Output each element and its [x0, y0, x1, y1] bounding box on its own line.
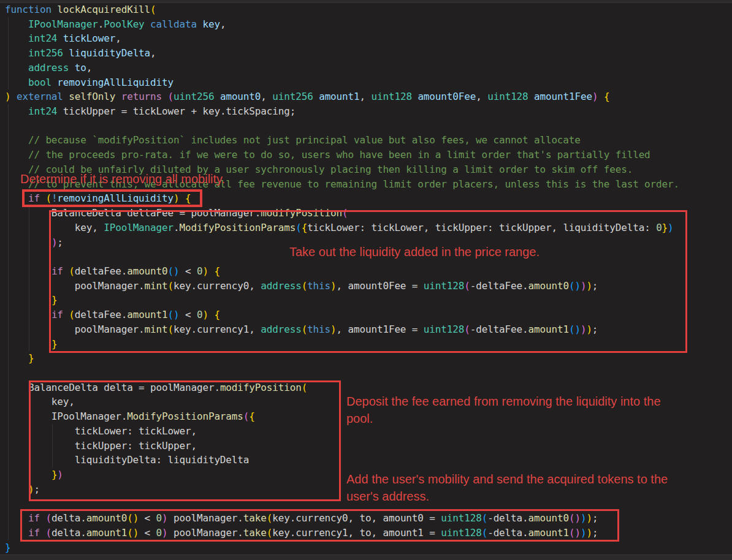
annotation-box-take-tokens-block — [20, 509, 619, 542]
code-line: ) external selfOnly returns (uint256 amo… — [5, 89, 679, 104]
annotation-label-take-out-liquidity: Take out the liquidity added in the pric… — [289, 243, 539, 260]
indent-guide — [8, 17, 9, 89]
window-bottom-edge — [0, 554, 732, 560]
annotation-label-removing-all-mobility: Determine if it is removing all mobility… — [20, 170, 225, 187]
annotation-label-add-mobility: Add the user's mobility and send the acq… — [346, 471, 668, 505]
code-line: bool removingAllLiquidity — [5, 75, 679, 90]
code-line: } — [5, 351, 679, 366]
code-line — [5, 366, 679, 380]
annotation-box-fee-extraction-block — [49, 210, 687, 353]
annotation-label-deposit-fee: Deposit the fee earned from removing the… — [346, 393, 661, 427]
code-editor[interactable]: function lockAcquiredKill( IPoolManager.… — [0, 0, 732, 560]
indent-guide — [8, 104, 9, 540]
code-line: int24 tickLower, — [5, 31, 679, 46]
code-line: int256 liquidityDelta, — [5, 46, 679, 61]
indent-guide — [29, 206, 29, 351]
code-line: IPoolManager.PoolKey calldata key, — [5, 17, 679, 32]
code-line: // because `modifyPosition` includes not… — [5, 133, 679, 148]
code-line — [5, 119, 679, 134]
code-line: // the proceeds pro-rata. if we were to … — [5, 148, 679, 162]
annotation-box-if-removing-all-liquidity — [22, 189, 202, 207]
code-line: address to, — [5, 61, 679, 75]
code-line: function lockAcquiredKill( — [5, 2, 679, 17]
code-line: } — [5, 540, 679, 555]
code-line: int24 tickUpper = tickLower + key.tickSp… — [5, 104, 679, 119]
annotation-box-modify-position-block — [29, 380, 341, 501]
